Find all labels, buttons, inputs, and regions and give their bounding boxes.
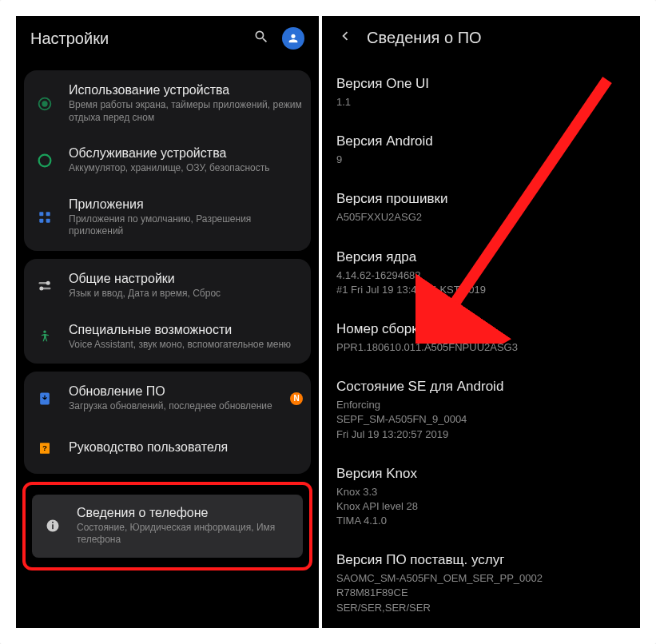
settings-list: Использование устройства Время работы эк… [16, 61, 319, 580]
svg-text:?: ? [42, 443, 47, 452]
settings-item-about[interactable]: Сведения о телефоне Состояние, Юридическ… [32, 495, 303, 558]
item-subtitle: Voice Assistant, звук моно, вспомогатель… [69, 339, 303, 352]
item-subtitle: Состояние, Юридическая информация, Имя т… [77, 522, 295, 547]
info-title: Версия ядра [336, 249, 626, 265]
settings-item-care[interactable]: Обслуживание устройства Аккумулятор, хра… [24, 135, 311, 186]
info-value: SAOMC_SM-A505FN_OEM_SER_PP_0002 R78M81F8… [336, 571, 626, 615]
info-item-one-ui[interactable]: Версия One UI 1.1 [336, 64, 626, 121]
info-title: Версия ПО поставщ. услуг [336, 552, 626, 568]
item-title: Обновление ПО [69, 384, 279, 399]
settings-group: Использование устройства Время работы эк… [24, 70, 311, 251]
svg-point-9 [46, 281, 50, 285]
svg-point-10 [39, 286, 43, 290]
settings-header: Настройки [16, 16, 319, 61]
item-subtitle: Аккумулятор, хранилище, ОЗУ, безопасност… [69, 162, 303, 175]
svg-rect-16 [52, 525, 54, 530]
svg-rect-3 [39, 213, 43, 217]
settings-item-usage[interactable]: Использование устройства Время работы эк… [24, 72, 311, 135]
info-item-build[interactable]: Номер сборки PPR1.180610.011.A505FNPUU2A… [336, 309, 626, 367]
settings-title: Настройки [30, 30, 241, 48]
item-subtitle: Загрузка обновлений, последнее обновлени… [69, 400, 279, 413]
info-value: 1.1 [336, 95, 626, 109]
settings-item-update[interactable]: Обновление ПО Загрузка обновлений, после… [24, 373, 311, 424]
settings-item-accessibility[interactable]: Специальные возможности Voice Assistant,… [24, 312, 311, 363]
item-title: Сведения о телефоне [77, 506, 295, 520]
info-title: Версия Knox [336, 466, 626, 482]
svg-point-2 [39, 155, 51, 167]
info-title: Версия прошивки [336, 191, 626, 207]
info-title: Версия Android [336, 133, 626, 149]
notification-badge: N [290, 392, 303, 405]
settings-item-apps[interactable]: Приложения Приложения по умолчанию, Разр… [24, 186, 311, 249]
settings-item-general[interactable]: Общие настройки Язык и ввод, Дата и врем… [24, 260, 311, 312]
usage-icon [32, 91, 58, 117]
svg-rect-5 [39, 219, 43, 223]
svg-point-1 [42, 101, 47, 106]
info-title: Состояние SE для Android [336, 379, 626, 395]
search-icon[interactable] [253, 29, 269, 48]
svg-rect-4 [46, 213, 50, 217]
info-value: PPR1.180610.011.A505FNPUU2ASG3 [336, 340, 626, 355]
settings-item-manual[interactable]: ? Руководство пользователя [24, 424, 311, 472]
info-item-firmware[interactable]: Версия прошивки A505FXXU2ASG2 [336, 179, 626, 237]
back-icon[interactable] [336, 27, 354, 48]
svg-rect-6 [46, 219, 50, 223]
info-item-carrier[interactable]: Версия ПО поставщ. услуг SAOMC_SM-A505FN… [336, 540, 626, 627]
settings-item-about-highlighted: Сведения о телефоне Состояние, Юридическ… [22, 482, 312, 570]
item-subtitle: Язык и ввод, Дата и время, Сброс [69, 288, 303, 300]
care-icon [32, 148, 58, 173]
software-info-title: Сведения о ПО [367, 29, 482, 47]
info-item-se[interactable]: Состояние SE для Android Enforcing SEPF_… [336, 367, 626, 454]
software-info-screen: Сведения о ПО Версия One UI 1.1 Версия A… [322, 16, 640, 628]
apps-icon [32, 205, 58, 230]
general-icon [32, 273, 58, 299]
info-title: Номер сборки [336, 321, 626, 337]
manual-icon: ? [32, 435, 58, 461]
software-info-list: Версия One UI 1.1 Версия Android 9 Верси… [322, 59, 640, 628]
item-title: Специальные возможности [69, 323, 303, 337]
item-title: Обслуживание устройства [69, 146, 303, 161]
info-value: Knox 3.3 Knox API level 28 TIMA 4.1.0 [336, 485, 626, 529]
settings-screen: Настройки Использование устройства Время… [16, 16, 319, 628]
svg-point-17 [52, 522, 54, 523]
info-item-kernel[interactable]: Версия ядра 4.14.62-16294683 #1 Fri Jul … [336, 237, 626, 309]
item-title: Руководство пользователя [69, 440, 303, 455]
info-value: A505FXXU2ASG2 [336, 210, 626, 225]
info-value: 4.14.62-16294683 #1 Fri Jul 19 13:44:54 … [336, 268, 626, 297]
info-value: 9 [336, 153, 626, 167]
settings-group: Обновление ПО Загрузка обновлений, после… [24, 372, 311, 474]
update-icon [32, 386, 58, 411]
info-item-knox[interactable]: Версия Knox Knox 3.3 Knox API level 28 T… [336, 454, 626, 541]
item-subtitle: Приложения по умолчанию, Разрешения прил… [69, 213, 303, 238]
info-value: Enforcing SEPF_SM-A505FN_9_0004 Fri Jul … [336, 398, 626, 442]
info-item-android[interactable]: Версия Android 9 [336, 121, 626, 179]
item-subtitle: Время работы экрана, таймеры приложений,… [69, 99, 303, 124]
settings-group: Общие настройки Язык и ввод, Дата и врем… [24, 259, 311, 364]
avatar[interactable] [282, 27, 304, 50]
software-info-header: Сведения о ПО [322, 16, 640, 59]
svg-point-11 [43, 331, 46, 333]
info-title: Версия One UI [336, 76, 626, 92]
item-title: Приложения [69, 197, 303, 212]
item-title: Общие настройки [69, 272, 303, 286]
about-icon [40, 513, 66, 539]
accessibility-icon [32, 324, 58, 349]
item-title: Использование устройства [69, 83, 303, 97]
